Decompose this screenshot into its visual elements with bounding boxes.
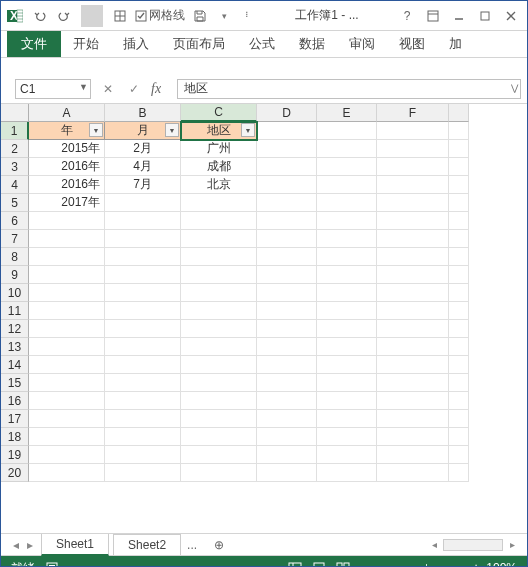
cell[interactable] [29,248,105,266]
cell[interactable] [317,410,377,428]
cell[interactable] [29,374,105,392]
cell[interactable] [377,302,449,320]
cell[interactable] [377,338,449,356]
chevron-down-icon[interactable]: ▼ [79,82,88,92]
cell[interactable] [317,230,377,248]
row-header[interactable]: 9 [1,266,29,284]
cell[interactable] [257,446,317,464]
cell[interactable]: 4月 [105,158,181,176]
cell[interactable] [105,212,181,230]
sheet-tab[interactable]: Sheet2 [113,534,181,555]
cell[interactable] [377,140,449,158]
cell[interactable] [449,338,469,356]
help-icon[interactable]: ? [395,5,419,27]
cell[interactable] [257,374,317,392]
cell[interactable] [449,374,469,392]
cell[interactable] [181,230,257,248]
filter-dropdown-icon[interactable]: ▼ [89,123,103,137]
cell[interactable] [377,446,449,464]
cell[interactable] [257,212,317,230]
new-sheet-icon[interactable]: ⊕ [209,538,229,552]
cell[interactable] [377,410,449,428]
row-header[interactable]: 6 [1,212,29,230]
cell[interactable] [105,374,181,392]
cell[interactable] [29,428,105,446]
cell[interactable] [105,392,181,410]
file-tab[interactable]: 文件 [7,31,61,57]
row-header[interactable]: 12 [1,320,29,338]
cell[interactable] [317,194,377,212]
ribbon-display-icon[interactable] [421,5,445,27]
row-header[interactable]: 16 [1,392,29,410]
cell[interactable]: 2017年 [29,194,105,212]
tab-home[interactable]: 开始 [61,31,111,57]
borders-icon[interactable] [109,5,131,27]
row-header[interactable]: 13 [1,338,29,356]
cell[interactable] [317,212,377,230]
tab-view[interactable]: 视图 [387,31,437,57]
cell[interactable] [377,248,449,266]
cell[interactable] [377,266,449,284]
gridlines-toggle[interactable]: 网格线 [133,5,187,27]
cell[interactable]: 地区▼ [181,122,257,140]
column-header[interactable]: F [377,104,449,122]
cell[interactable] [317,356,377,374]
row-header[interactable]: 5 [1,194,29,212]
cell[interactable] [317,266,377,284]
fx-icon[interactable]: fx [151,81,169,97]
maximize-icon[interactable] [473,5,497,27]
cell[interactable]: 成都 [181,158,257,176]
horizontal-scrollbar[interactable]: ◂▸ [427,539,527,551]
cell[interactable] [449,176,469,194]
enter-formula-icon[interactable]: ✓ [125,80,143,98]
expand-formula-icon[interactable]: ⋁ [511,83,518,93]
row-header[interactable]: 2 [1,140,29,158]
tab-review[interactable]: 审阅 [337,31,387,57]
cell[interactable] [105,302,181,320]
cell[interactable] [29,338,105,356]
cell[interactable] [181,266,257,284]
cell[interactable] [257,248,317,266]
cell[interactable] [449,212,469,230]
tab-data[interactable]: 数据 [287,31,337,57]
row-header[interactable]: 1 [1,122,29,140]
column-header[interactable]: E [317,104,377,122]
cell[interactable]: 2016年 [29,176,105,194]
cell[interactable] [257,230,317,248]
cell[interactable] [449,428,469,446]
zoom-in-icon[interactable]: + [472,560,480,567]
cell[interactable] [257,140,317,158]
cell[interactable]: 2月 [105,140,181,158]
cell[interactable] [317,158,377,176]
row-header[interactable]: 11 [1,302,29,320]
cell[interactable] [257,428,317,446]
row-header[interactable]: 19 [1,446,29,464]
qat-customize-icon[interactable]: ⠇ [237,5,259,27]
cell[interactable] [377,284,449,302]
cell[interactable] [181,320,257,338]
page-break-view-icon[interactable] [334,560,352,567]
cell[interactable] [449,122,469,140]
cell[interactable] [317,374,377,392]
redo-icon[interactable] [53,5,75,27]
cell[interactable] [105,284,181,302]
cell[interactable] [29,302,105,320]
sheet-more[interactable]: ... [181,535,203,555]
cell[interactable] [257,338,317,356]
worksheet-grid[interactable]: ABCDEF1年▼月▼地区▼22015年2月广州32016年4月成都42016年… [1,104,527,534]
cell[interactable] [105,230,181,248]
cell[interactable] [105,464,181,482]
cell[interactable] [181,248,257,266]
sheet-nav-prev-icon[interactable]: ▸ [23,538,37,552]
column-header[interactable]: B [105,104,181,122]
cell[interactable] [257,266,317,284]
cancel-formula-icon[interactable]: ✕ [99,80,117,98]
macro-record-icon[interactable] [45,561,59,567]
cell[interactable] [181,410,257,428]
save-icon[interactable] [189,5,211,27]
row-header[interactable]: 4 [1,176,29,194]
close-icon[interactable] [499,5,523,27]
filter-dropdown-icon[interactable]: ▼ [241,123,255,137]
cell[interactable] [181,464,257,482]
cell[interactable] [317,176,377,194]
